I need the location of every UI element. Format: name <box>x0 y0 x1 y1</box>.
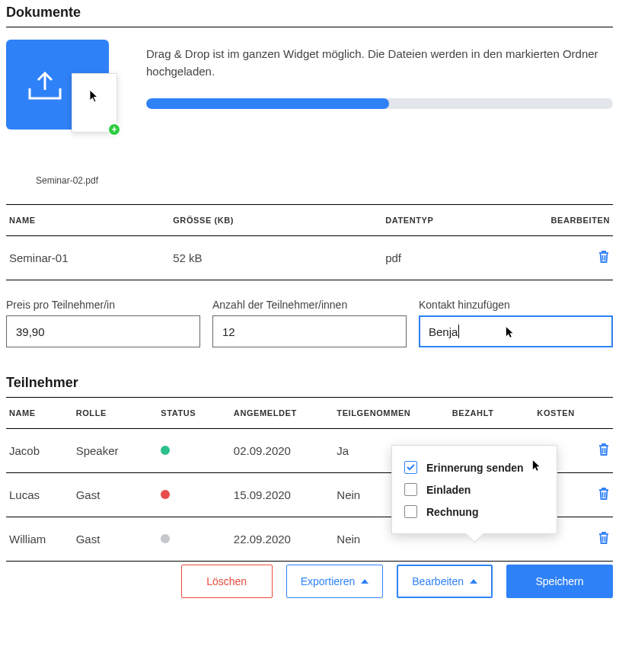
col-cost: KOSTEN <box>534 398 589 429</box>
popup-item-reminder[interactable]: Erinnerung senden <box>404 456 544 478</box>
file-thumbnail[interactable]: + <box>72 73 117 133</box>
doc-type: pdf <box>382 236 528 280</box>
divider <box>6 27 613 27</box>
p-role: Gast <box>73 473 158 517</box>
col-name: NAME <box>6 205 170 236</box>
status-dot-icon <box>161 534 170 543</box>
chevron-up-icon <box>361 579 369 584</box>
price-input[interactable] <box>6 315 200 347</box>
edit-button[interactable]: Bearbeiten <box>397 565 493 598</box>
chevron-up-icon <box>470 579 477 584</box>
documents-section: Dokumente + Seminar-02.pdf Drag & Drop i… <box>6 5 613 280</box>
participants-title: Teilnehmer <box>6 375 613 391</box>
export-button[interactable]: Exportieren <box>286 565 384 598</box>
cursor-icon <box>532 459 541 474</box>
doc-size: 52 kB <box>170 236 382 280</box>
participants-section: Teilnehmer NAME ROLLE STATUS ANGEMELDET … <box>6 375 613 562</box>
popup-item-invoice[interactable]: Rechnung <box>404 501 544 523</box>
checkbox-icon[interactable] <box>404 461 417 474</box>
contact-label: Kontakt hinzufügen <box>419 299 613 311</box>
count-label: Anzahl der Teilnehmer/innen <box>212 299 407 311</box>
col-edit: BEARBEITEN <box>528 205 613 236</box>
col-attended: TEILGENOMMEN <box>333 398 448 429</box>
col-role: ROLLE <box>73 398 158 429</box>
p-role: Gast <box>73 517 158 562</box>
popup-item-label: Erinnerung senden <box>426 462 524 474</box>
trash-icon[interactable] <box>598 487 610 501</box>
p-status <box>158 473 231 517</box>
trash-icon[interactable] <box>598 250 610 264</box>
fields-row: Preis pro Teilnehmer/in Anzahl der Teiln… <box>6 299 613 347</box>
upload-row: + Seminar-02.pdf Drag & Drop ist im ganz… <box>6 40 613 186</box>
contact-input-value: Benja <box>429 325 458 338</box>
popup-item-invite[interactable]: Einladen <box>404 478 544 501</box>
col-registered: ANGEMELDET <box>231 398 333 429</box>
col-name: NAME <box>6 398 73 429</box>
text-caret <box>458 325 459 338</box>
col-size: GRÖSSE (KB) <box>170 205 382 236</box>
upload-filename: Seminar-02.pdf <box>6 175 128 186</box>
trash-icon[interactable] <box>598 531 610 545</box>
col-status: STATUS <box>158 398 231 429</box>
actions-row: Löschen Exportieren Bearbeiten Speichern <box>6 565 613 598</box>
plus-icon: + <box>107 123 121 136</box>
table-row: Seminar-01 52 kB pdf <box>6 236 613 280</box>
delete-button[interactable]: Löschen <box>181 565 273 598</box>
save-button[interactable]: Speichern <box>506 565 613 598</box>
checkbox-icon[interactable] <box>404 505 417 518</box>
doc-name: Seminar-01 <box>6 236 170 280</box>
upload-graphic[interactable]: + Seminar-02.pdf <box>6 40 128 186</box>
checkbox-icon[interactable] <box>404 483 417 496</box>
trash-icon[interactable] <box>598 443 610 456</box>
count-input[interactable] <box>212 315 407 347</box>
p-status <box>158 517 231 562</box>
popup-item-label: Einladen <box>426 484 471 496</box>
cursor-icon <box>89 89 100 105</box>
p-name: Jacob <box>6 429 73 473</box>
col-paid: BEZAHLT <box>449 398 534 429</box>
status-dot-icon <box>161 446 170 455</box>
upload-description: Drag & Drop ist im ganzen Widget möglich… <box>146 46 613 80</box>
status-dot-icon <box>161 490 170 499</box>
p-role: Speaker <box>73 429 158 473</box>
p-name: William <box>6 517 73 562</box>
p-registered: 15.09.2020 <box>231 473 333 517</box>
price-label: Preis pro Teilnehmer/in <box>6 299 200 311</box>
upload-progress-fill <box>146 98 389 109</box>
upload-progress <box>146 98 613 109</box>
popup-item-label: Rechnung <box>426 506 478 518</box>
contact-input[interactable]: Benja <box>419 315 613 347</box>
p-registered: 02.09.2020 <box>231 429 333 473</box>
edit-popup[interactable]: Erinnerung senden Einladen Rechnung <box>391 445 557 534</box>
p-name: Lucas <box>6 473 73 517</box>
upload-icon <box>27 72 62 101</box>
col-type: DATENTYP <box>382 205 528 236</box>
documents-title: Dokumente <box>6 5 613 21</box>
documents-table: NAME GRÖSSE (KB) DATENTYP BEARBEITEN Sem… <box>6 204 613 280</box>
p-registered: 22.09.2020 <box>231 517 333 562</box>
cursor-icon <box>506 326 515 341</box>
p-status <box>158 429 231 473</box>
